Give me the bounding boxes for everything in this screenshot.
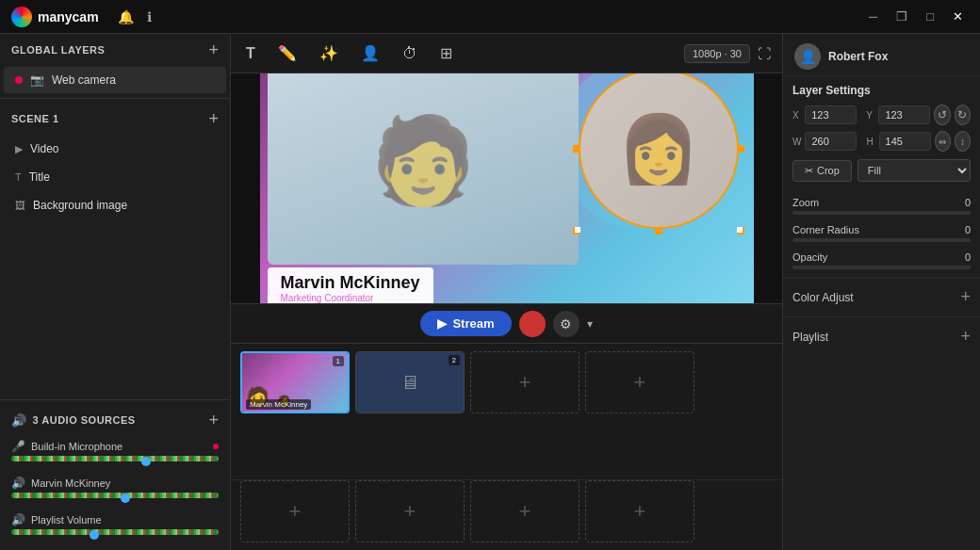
add-audio-source-button[interactable]: + — [208, 412, 219, 429]
center-panel: T ✏️ ✨ 👤 ⏱ ⊞ 1080p · 30 ⛶ 🧑 — [231, 34, 782, 550]
zoom-slider[interactable] — [792, 211, 971, 215]
corner-radius-slider[interactable] — [792, 238, 971, 242]
y-input[interactable] — [878, 105, 930, 124]
scene-thumb-1[interactable]: 🧑 👩 Marvin McKinney 1 — [240, 351, 350, 413]
stream-button[interactable]: ▶ Stream — [420, 311, 511, 336]
webcam-label: Web camera — [52, 73, 116, 87]
stream-settings-button[interactable]: ⚙ — [553, 311, 580, 337]
playlist-volume-bar[interactable] — [11, 529, 219, 541]
main-video-feed[interactable]: 🧑 — [268, 73, 579, 265]
pen-tool-button[interactable]: ✏️ — [274, 40, 301, 66]
sidebar-item-title[interactable]: T Title — [4, 164, 226, 190]
playlist-volume-thumb[interactable] — [90, 530, 99, 540]
fx-tool-button[interactable]: ✨ — [316, 40, 342, 66]
playlist-vol-label: Playlist Volume — [31, 514, 102, 526]
playlist-vol-icon: 🔊 — [11, 513, 25, 526]
clock-tool-button[interactable]: ⏱ — [399, 41, 421, 66]
color-adjust-section[interactable]: Color Adjust + — [783, 277, 980, 316]
grid-tool-button[interactable]: ⊞ — [436, 40, 456, 66]
add-global-layer-button[interactable]: + — [208, 41, 219, 58]
resolution-selector[interactable]: 1080p · 30 — [684, 44, 750, 63]
mic-volume-bar[interactable] — [11, 456, 219, 467]
audio-sources-label: 3 Audio Sources — [33, 414, 136, 426]
reset-position-button[interactable]: ↺ — [934, 105, 950, 125]
crop-button[interactable]: ✂ Crop — [792, 160, 852, 182]
sidebar-item-webcam[interactable]: 📷 Web camera — [4, 67, 226, 93]
minimize-button[interactable]: ─ — [863, 8, 883, 25]
app-logo-icon — [11, 7, 32, 27]
logo: manycam — [11, 7, 99, 27]
playlist-level-display — [11, 529, 219, 535]
playlist-section[interactable]: Playlist + — [783, 316, 980, 356]
zoom-label-row: Zoom 0 — [792, 197, 971, 208]
stream-chevron-button[interactable]: ▾ — [587, 317, 593, 331]
mic-active-dot — [213, 444, 219, 449]
playlist-expand-icon: + — [960, 327, 971, 347]
fill-select[interactable]: Fill Fit Stretch — [858, 159, 971, 182]
toolbar-right: 1080p · 30 ⛶ — [684, 44, 771, 63]
stream-bar: ▶ Stream ⚙ ▾ — [231, 303, 782, 343]
mic-icon: 🎤 — [11, 440, 25, 453]
face-tool-button[interactable]: 👤 — [357, 40, 384, 66]
scene-thumb-2[interactable]: 🖥 2 — [355, 351, 465, 413]
notification-icon[interactable]: 🔔 — [118, 9, 134, 24]
h-input[interactable] — [879, 132, 931, 151]
scene-strip-row2: + + + + — [231, 479, 782, 550]
layer-settings-section: Layer Settings X Y ↺ ↻ W H ⇔ ↕ — [783, 76, 980, 193]
restore-button[interactable]: ❐ — [890, 8, 913, 25]
opacity-slider[interactable] — [792, 266, 971, 269]
x-input[interactable] — [805, 105, 857, 124]
mic-level-display — [11, 456, 219, 461]
global-layers-header: Global Layers + — [0, 34, 230, 66]
title-icon: T — [15, 171, 22, 183]
handle-br[interactable] — [737, 227, 744, 235]
scene-add-5[interactable]: + — [240, 480, 350, 542]
sidebar-item-video[interactable]: ▶ Video — [4, 136, 226, 162]
scene-add-4[interactable]: + — [585, 351, 694, 413]
close-button[interactable]: ✕ — [947, 8, 969, 25]
scene-add-8[interactable]: + — [585, 480, 694, 542]
w-input[interactable] — [805, 132, 857, 151]
stream-label: Stream — [452, 316, 494, 331]
link-dimensions-button[interactable]: ⇔ — [935, 131, 951, 152]
webcam-icon: 📷 — [30, 73, 44, 87]
scene-add-6[interactable]: + — [355, 480, 465, 542]
sidebar-item-background[interactable]: 🖼 Background image — [4, 192, 226, 218]
corner-label-row: Corner Radius 0 — [792, 224, 971, 235]
sub-video-container[interactable]: 👩 — [579, 73, 739, 229]
mic-volume-thumb[interactable] — [141, 457, 151, 466]
audio-sources-header: 🔊 3 Audio Sources + — [0, 404, 230, 436]
toolbar: T ✏️ ✨ 👤 ⏱ ⊞ 1080p · 30 ⛶ — [231, 34, 782, 73]
corner-value: 0 — [965, 224, 971, 235]
preview-area: 🧑 Marvin McKinney Marketing Coordinator … — [231, 73, 782, 303]
record-button[interactable] — [519, 311, 546, 337]
marvin-volume-bar[interactable] — [11, 493, 219, 504]
main-layout: Global Layers + 📷 Web camera Scene 1 + ▶… — [0, 34, 980, 550]
scene-2-num: 2 — [449, 355, 460, 365]
global-layers-label: Global Layers — [11, 44, 105, 56]
fullscreen-button[interactable]: ⛶ — [758, 46, 771, 61]
audio-person-icon: 🔊 — [11, 477, 25, 490]
scene-add-7[interactable]: + — [470, 480, 580, 542]
maximize-button[interactable]: □ — [921, 8, 939, 25]
marvin-volume-thumb[interactable] — [121, 493, 130, 503]
aspect-ratio-button[interactable]: ↕ — [955, 131, 971, 152]
color-adjust-label: Color Adjust — [792, 291, 854, 304]
text-tool-button[interactable]: T — [242, 41, 259, 66]
rotate-button[interactable]: ↻ — [955, 105, 971, 125]
mic-label: Build-in Microphone — [31, 441, 122, 452]
scene-1-label: Marvin McKinney — [246, 399, 311, 410]
scene-add-3[interactable]: + — [470, 351, 580, 413]
preview-canvas: 🧑 Marvin McKinney Marketing Coordinator … — [260, 73, 754, 303]
person-name: Marvin McKinney — [281, 273, 420, 293]
scene-label: Scene 1 — [11, 113, 59, 124]
app-logo-text: manycam — [38, 9, 99, 24]
name-card: Marvin McKinney Marketing Coordinator — [268, 267, 433, 304]
add-scene-item-button[interactable]: + — [208, 110, 219, 127]
user-name: Robert Fox — [828, 50, 888, 63]
scene-strip: 🧑 👩 Marvin McKinney 1 🖥 2 + + — [231, 343, 782, 479]
sub-person-placeholder: 👩 — [617, 110, 699, 187]
info-icon[interactable]: ℹ — [147, 9, 152, 24]
main-person-placeholder: 🧑 — [370, 111, 476, 210]
speaker-icon: 🔊 — [11, 413, 27, 428]
